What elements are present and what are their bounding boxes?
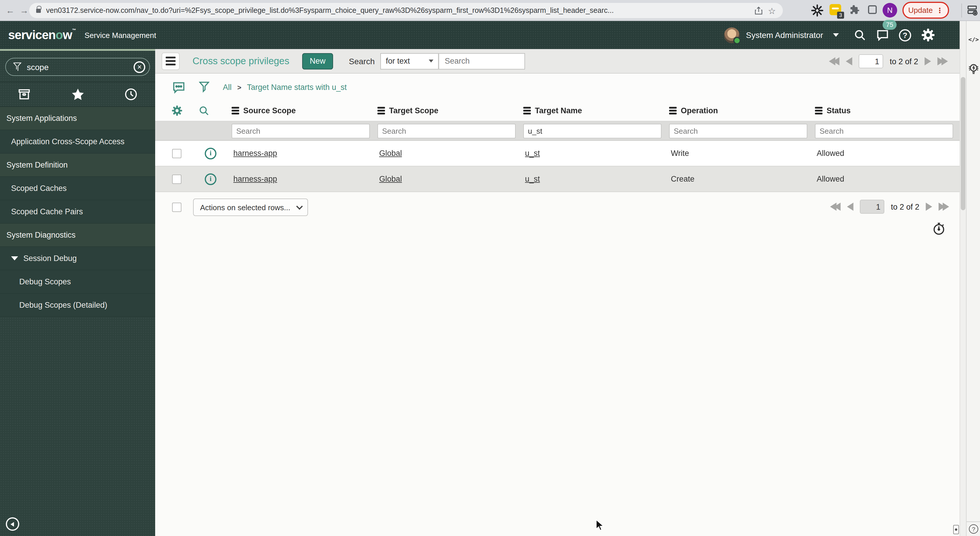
record-info-icon[interactable]: i bbox=[205, 173, 216, 185]
column-menu-icon[interactable] bbox=[377, 107, 385, 115]
last-page-button[interactable] bbox=[937, 57, 948, 65]
browser-update-button[interactable]: Update ⋮ bbox=[902, 2, 949, 19]
target-scope-link[interactable]: Global bbox=[379, 149, 402, 158]
page-number-input[interactable] bbox=[860, 200, 885, 214]
source-scope-link[interactable]: harness-app bbox=[233, 149, 277, 158]
history-tab-icon[interactable] bbox=[124, 88, 138, 101]
url-bar[interactable]: ven03172.service-now.com/nav_to.do?uri=%… bbox=[29, 3, 783, 18]
filter-input-target-scope[interactable] bbox=[377, 123, 515, 138]
sidebar-item-debug-scopes[interactable]: Debug Scopes bbox=[0, 270, 155, 294]
filter-input-target-name[interactable] bbox=[523, 123, 662, 138]
side-panel-icon[interactable] bbox=[868, 5, 877, 14]
column-header-target-scope[interactable]: Target Scope bbox=[377, 106, 523, 115]
list-settings-gear-icon[interactable] bbox=[172, 105, 183, 116]
idea-lightbulb-icon[interactable] bbox=[967, 62, 980, 76]
browser-forward-icon[interactable]: → bbox=[20, 5, 29, 16]
page-number-input[interactable] bbox=[859, 54, 883, 68]
list-chat-icon[interactable] bbox=[172, 80, 186, 94]
target-scope-link[interactable]: Global bbox=[379, 175, 402, 183]
record-info-icon[interactable]: i bbox=[205, 147, 216, 159]
url-text[interactable]: ven03172.service-now.com/nav_to.do?uri=%… bbox=[46, 6, 749, 14]
application-navigator: × System Applications Application Cross-… bbox=[0, 51, 155, 536]
sidebar-item-application-cross-scope-access[interactable]: Application Cross-Scope Access bbox=[0, 130, 155, 153]
sidebar-item-session-debug[interactable]: Session Debug bbox=[0, 247, 155, 270]
user-menu-caret-icon[interactable] bbox=[833, 33, 839, 37]
favorites-tab-icon[interactable] bbox=[70, 87, 85, 101]
new-record-button[interactable]: New bbox=[302, 53, 333, 69]
select-caret-icon bbox=[429, 59, 434, 62]
browser-menu-dots-icon[interactable]: ⋮ bbox=[936, 6, 943, 14]
target-name-link[interactable]: u_st bbox=[525, 149, 540, 158]
first-page-button[interactable] bbox=[829, 57, 839, 65]
previous-page-button[interactable] bbox=[846, 57, 852, 65]
list-search-input[interactable] bbox=[439, 53, 525, 69]
table-header-row: Source Scope Target Scope Target Name Op… bbox=[155, 100, 959, 121]
next-page-button[interactable] bbox=[926, 203, 932, 211]
sidebar-item-label: Application Cross-Scope Access bbox=[11, 137, 124, 146]
first-page-button[interactable] bbox=[830, 203, 841, 211]
global-search-icon[interactable] bbox=[853, 29, 866, 41]
search-type-select[interactable]: for text bbox=[381, 53, 439, 69]
breadcrumb-all[interactable]: All bbox=[223, 83, 232, 91]
dock-handle-icon[interactable] bbox=[953, 525, 959, 534]
target-name-link[interactable]: u_st bbox=[525, 175, 540, 183]
user-menu[interactable]: System Administrator bbox=[746, 30, 823, 40]
last-page-button[interactable] bbox=[939, 203, 949, 211]
list-title[interactable]: Cross scope privileges bbox=[192, 56, 290, 67]
expanded-caret-icon[interactable] bbox=[11, 256, 18, 260]
row-checkbox[interactable] bbox=[172, 174, 181, 183]
navigator-filter-input[interactable] bbox=[27, 62, 128, 72]
help-icon[interactable]: ? bbox=[899, 29, 911, 41]
breadcrumb-condition[interactable]: Target Name starts with u_st bbox=[247, 83, 347, 91]
list-context-menu-button[interactable] bbox=[162, 52, 180, 70]
actions-on-selected-rows-select[interactable]: Actions on selected rows... bbox=[193, 198, 308, 216]
reader-sidebar-icon[interactable] bbox=[967, 5, 978, 16]
column-header-operation[interactable]: Operation bbox=[669, 106, 815, 115]
filter-input-operation[interactable] bbox=[669, 123, 807, 138]
settings-gear-icon[interactable] bbox=[921, 28, 935, 42]
browser-back-icon[interactable]: ← bbox=[6, 5, 14, 16]
column-search-toggle-icon[interactable] bbox=[198, 105, 209, 116]
response-time-stopwatch-icon[interactable] bbox=[932, 222, 946, 235]
sidebar-item-system-definition[interactable]: System Definition bbox=[0, 153, 155, 177]
page-scrollbar[interactable] bbox=[959, 21, 966, 536]
conversations-button[interactable]: 75 bbox=[876, 28, 889, 42]
extensions-puzzle-icon[interactable] bbox=[850, 5, 861, 16]
search-type-value: for text bbox=[386, 57, 410, 65]
next-page-button[interactable] bbox=[924, 57, 931, 65]
strip-help-icon[interactable]: ? bbox=[967, 524, 980, 534]
sidebar-item-scoped-cache-pairs[interactable]: Scoped Cache Pairs bbox=[0, 200, 155, 223]
browser-profile-avatar[interactable]: N bbox=[883, 3, 897, 18]
collapse-sidebar-button[interactable] bbox=[6, 517, 19, 531]
sidebar-item-debug-scopes-detailed[interactable]: Debug Scopes (Detailed) bbox=[0, 294, 155, 317]
filter-input-source-scope[interactable] bbox=[232, 123, 370, 138]
sidebar-item-system-applications[interactable]: System Applications bbox=[0, 107, 155, 130]
share-icon[interactable] bbox=[754, 6, 763, 15]
breadcrumb-funnel-icon[interactable] bbox=[199, 81, 209, 93]
devtools-code-icon[interactable]: </> bbox=[967, 36, 980, 43]
column-header-source-scope[interactable]: Source Scope bbox=[232, 106, 377, 115]
bookmark-star-icon[interactable]: ☆ bbox=[768, 6, 776, 15]
clear-filter-icon[interactable]: × bbox=[134, 61, 145, 73]
column-menu-icon[interactable] bbox=[523, 107, 531, 115]
row-checkbox[interactable] bbox=[172, 148, 181, 158]
all-applications-tab-icon[interactable] bbox=[18, 88, 31, 101]
column-header-status[interactable]: Status bbox=[815, 106, 961, 115]
extension-icon[interactable]: 3 bbox=[829, 4, 841, 15]
sidebar-item-system-diagnostics[interactable]: System Diagnostics bbox=[0, 223, 155, 247]
previous-page-button[interactable] bbox=[847, 203, 853, 211]
navigator-filter[interactable]: × bbox=[5, 58, 150, 76]
source-scope-link[interactable]: harness-app bbox=[233, 175, 277, 183]
filter-input-status[interactable] bbox=[815, 123, 953, 138]
column-menu-icon[interactable] bbox=[815, 107, 822, 115]
select-all-checkbox[interactable] bbox=[172, 203, 181, 212]
sidebar-item-scoped-caches[interactable]: Scoped Caches bbox=[0, 177, 155, 200]
column-menu-icon[interactable] bbox=[232, 107, 239, 115]
scrollbar-thumb[interactable] bbox=[961, 77, 966, 210]
list-actions-row: Actions on selected rows... to 2 of 2 bbox=[155, 198, 959, 216]
extension-starburst-icon[interactable] bbox=[811, 4, 824, 17]
column-header-target-name[interactable]: Target Name bbox=[523, 106, 669, 115]
navigator-tabs bbox=[0, 82, 155, 107]
column-menu-icon[interactable] bbox=[669, 107, 677, 115]
user-avatar[interactable] bbox=[724, 27, 740, 43]
